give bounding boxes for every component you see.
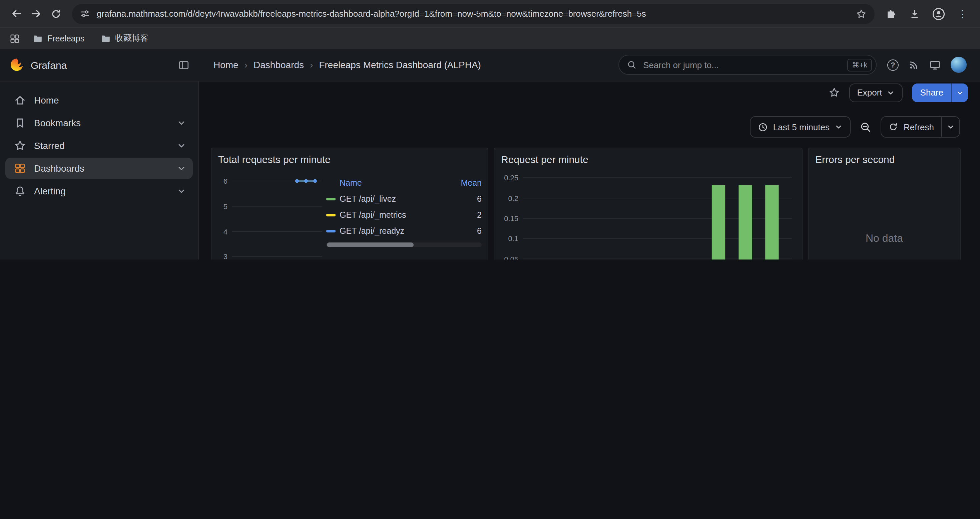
breadcrumb: Home › Dashboards › Freeleaps Metrics Da… [199, 59, 619, 70]
series-color-icon [326, 214, 336, 216]
axis-tick-label: 0.15 [500, 214, 519, 223]
share-dropdown-caret[interactable] [951, 83, 968, 102]
search-shortcut-kbd: ⌘+k [847, 58, 872, 71]
monitor-icon[interactable] [929, 59, 941, 70]
refresh-button[interactable]: Refresh [881, 117, 941, 137]
share-button[interactable]: Share [912, 83, 951, 102]
export-button[interactable]: Export [849, 83, 903, 102]
browser-profile-avatar[interactable] [929, 4, 948, 23]
sidebar-item-label: Bookmarks [34, 118, 81, 128]
omnibox[interactable] [72, 4, 875, 24]
export-label: Export [857, 88, 882, 97]
refresh-split-button: Refresh [881, 116, 960, 137]
share-split-button: Share [912, 83, 968, 102]
sidebar-item-bookmarks[interactable]: Bookmarks [5, 112, 193, 134]
legend-row[interactable]: GET /api/_readyz 6 [326, 223, 482, 239]
folder-icon [100, 34, 110, 43]
legend-scrollbar-thumb[interactable] [327, 243, 414, 247]
chevron-down-icon[interactable] [177, 141, 186, 150]
clock-icon [758, 122, 768, 132]
chevron-down-icon[interactable] [177, 164, 186, 173]
apps-grid-icon[interactable] [10, 33, 20, 44]
panel-title[interactable]: Total requests per minute [218, 153, 482, 165]
series-mean-value: 6 [447, 227, 482, 236]
legend-scrollbar-track[interactable] [326, 243, 482, 247]
dashboard-main: Export Share Last 5 minutes [199, 81, 980, 260]
panel-total-requests-per-minute: Total requests per minute 6543217:40 Nam… [211, 148, 488, 260]
panel-title[interactable]: Request per minute [501, 153, 796, 165]
legend-header-mean[interactable]: Mean [447, 178, 482, 188]
dock-sidebar-toggle-icon[interactable] [178, 59, 189, 70]
breadcrumb-home[interactable]: Home [213, 59, 239, 70]
bookmark-star-icon[interactable] [856, 8, 867, 19]
bookmark-item-blog[interactable]: 收藏博客 [97, 31, 152, 46]
url-bar-input[interactable] [97, 9, 849, 19]
search-icon [627, 60, 636, 69]
folder-icon [33, 34, 43, 43]
series-name: GET /api/_livez [340, 194, 447, 204]
sidebar-item-label: Dashboards [34, 163, 84, 174]
grafana-user-avatar[interactable] [951, 57, 967, 73]
sidebar-item-alerting[interactable]: Alerting [5, 180, 193, 202]
chevron-down-icon [956, 88, 964, 96]
bar-chart[interactable]: 0.250.20.150.10.05017:37:0017:38:0017:39… [500, 170, 796, 260]
axis-tick-label: 3 [218, 252, 228, 260]
time-range-picker[interactable]: Last 5 minutes [750, 116, 851, 137]
sidebar-nav: Home Bookmarks Starred [0, 81, 199, 260]
download-icon[interactable] [905, 4, 924, 23]
breadcrumb-current: Freeleaps Metrics Dashboard (ALPHA) [319, 59, 481, 70]
legend-header-name[interactable]: Name [340, 178, 447, 188]
back-button[interactable] [7, 4, 25, 23]
breadcrumb-dashboards[interactable]: Dashboards [253, 59, 304, 70]
news-rss-icon[interactable] [908, 59, 919, 70]
topnav-icons: ? [877, 57, 980, 73]
home-icon [14, 94, 26, 106]
bookmark-item-freeleaps[interactable]: Freeleaps [29, 31, 88, 45]
search-input[interactable] [642, 59, 842, 70]
series-mean-value: 6 [447, 194, 482, 204]
browser-menu-kebab[interactable]: ⋮ [953, 4, 972, 23]
help-icon[interactable]: ? [887, 59, 899, 70]
axis-tick-label: 0.2 [500, 193, 519, 203]
chart-canvas[interactable] [500, 170, 796, 260]
browser-toolbar: ⋮ [0, 0, 980, 27]
site-info-icon[interactable] [80, 9, 90, 19]
axis-tick-label: 4 [218, 227, 228, 236]
reload-button[interactable] [47, 4, 65, 23]
grafana-logo[interactable] [10, 57, 24, 72]
sidebar-item-home[interactable]: Home [5, 89, 193, 111]
legend-table: Name Mean GET /api/_livez 6 [326, 175, 482, 260]
bookmark-label: Freeleaps [48, 34, 84, 43]
bookmark-label: 收藏博客 [115, 33, 148, 44]
brand-name: Grafana [31, 59, 67, 70]
legend-row[interactable]: GET /api/_metrics 2 [326, 207, 482, 223]
sidebar-item-label: Alerting [34, 186, 66, 196]
extensions-icon[interactable] [881, 4, 900, 23]
grafana-topnav: Grafana Home › Dashboards › Freeleaps Me… [0, 49, 980, 81]
timeseries-chart[interactable]: 6543217:40 [218, 170, 326, 260]
chart-canvas[interactable] [218, 170, 326, 260]
refresh-label: Refresh [904, 122, 934, 132]
sidebar-item-starred[interactable]: Starred [5, 135, 193, 156]
favorite-star-icon[interactable] [828, 87, 840, 98]
chevron-right-icon: › [245, 59, 248, 70]
bell-icon [14, 185, 26, 197]
zoom-out-button[interactable] [860, 121, 872, 133]
series-name: GET /api/_metrics [340, 211, 447, 220]
sidebar-item-dashboards[interactable]: Dashboards [5, 158, 193, 179]
chevron-down-icon [887, 88, 895, 96]
refresh-interval-caret[interactable] [941, 117, 959, 137]
panel-title[interactable]: Errors per second [815, 153, 954, 165]
search-box[interactable]: ⌘+k [619, 55, 877, 75]
legend-row[interactable]: GET /api/_livez 6 [326, 191, 482, 207]
axis-tick-label: 5 [218, 202, 228, 211]
time-range-label: Last 5 minutes [773, 122, 830, 132]
axis-tick-label: 0.25 [500, 173, 519, 182]
sidebar-item-label: Starred [34, 140, 65, 151]
chevron-down-icon[interactable] [177, 186, 186, 196]
dashboards-grid-icon [14, 162, 26, 174]
dashboard-actions-bar: Export Share [199, 81, 980, 104]
chevron-down-icon[interactable] [177, 118, 186, 128]
panel-errors-per-second: Errors per second No data [808, 148, 961, 260]
forward-button[interactable] [27, 4, 45, 23]
